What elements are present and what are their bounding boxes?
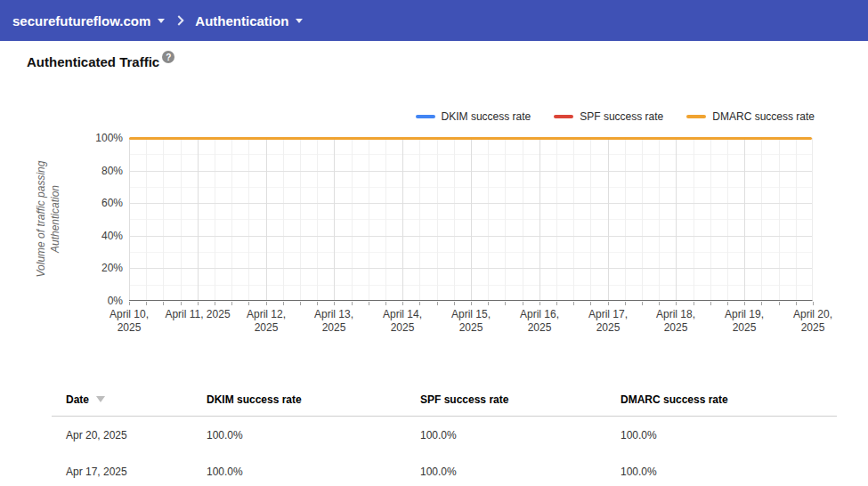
legend-item-spf: SPF success rate bbox=[554, 110, 663, 123]
chart-plot-area[interactable] bbox=[129, 138, 813, 301]
chart-legend: DKIM success rate SPF success rate DMARC… bbox=[416, 110, 815, 123]
x-tick-label: April 19, 2025 bbox=[711, 308, 777, 335]
dkim-line-swatch-icon bbox=[416, 115, 435, 118]
spf-cell: 100.0% bbox=[420, 466, 621, 478]
x-tick-label: April 14, 2025 bbox=[369, 308, 435, 335]
table-row: Apr 20, 2025 100.0% 100.0% 100.0% bbox=[52, 417, 837, 453]
dmarc-cell: 100.0% bbox=[621, 429, 837, 441]
column-header-date[interactable]: Date bbox=[52, 393, 207, 406]
date-cell: Apr 17, 2025 bbox=[52, 466, 207, 478]
x-tick-label: April 20, 2025 bbox=[780, 308, 846, 335]
results-table: Date DKIM success rate SPF success rate … bbox=[52, 383, 837, 486]
legend-item-dmarc: DMARC success rate bbox=[686, 110, 815, 123]
legend-label: SPF success rate bbox=[580, 110, 663, 123]
dmarc-line-swatch-icon bbox=[686, 115, 706, 118]
main-content: Authenticated Traffic ? DKIM success rat… bbox=[0, 41, 868, 486]
legend-label: DKIM success rate bbox=[442, 110, 531, 123]
column-header-spf: SPF success rate bbox=[420, 393, 621, 406]
dmarc-success-line bbox=[129, 137, 812, 140]
x-tick-label: April 18, 2025 bbox=[643, 308, 709, 335]
help-icon[interactable]: ? bbox=[162, 51, 174, 63]
x-tick-label: April 16, 2025 bbox=[507, 308, 572, 335]
y-tick-label: 0% bbox=[0, 295, 123, 307]
spf-cell: 100.0% bbox=[420, 429, 621, 441]
legend-label: DMARC success rate bbox=[712, 110, 815, 123]
chevron-down-icon bbox=[158, 19, 165, 23]
section-selector[interactable]: Authentication bbox=[195, 13, 303, 28]
top-nav-bar: securefutureflow.com Authentication bbox=[0, 0, 868, 41]
y-tick-label: 80% bbox=[0, 165, 123, 177]
chevron-down-icon bbox=[296, 19, 303, 23]
y-tick-label: 40% bbox=[0, 230, 123, 242]
dmarc-cell: 100.0% bbox=[621, 466, 837, 478]
x-tick-label: April 15, 2025 bbox=[438, 308, 504, 335]
table-header-row: Date DKIM success rate SPF success rate … bbox=[52, 383, 837, 417]
legend-item-dkim: DKIM success rate bbox=[416, 110, 531, 123]
y-axis-title: Volume of traffic passing Authentication bbox=[35, 134, 62, 304]
y-tick-label: 60% bbox=[0, 197, 123, 209]
x-tick-label: April 13, 2025 bbox=[301, 308, 367, 335]
date-cell: Apr 20, 2025 bbox=[52, 429, 207, 441]
y-tick-label: 20% bbox=[0, 262, 123, 274]
column-header-dkim: DKIM success rate bbox=[207, 393, 420, 406]
page-title-row: Authenticated Traffic ? bbox=[27, 54, 174, 69]
x-tick-label: April 17, 2025 bbox=[575, 308, 641, 335]
spf-line-swatch-icon bbox=[554, 115, 573, 118]
domain-selector[interactable]: securefutureflow.com bbox=[12, 13, 165, 28]
dkim-cell: 100.0% bbox=[207, 466, 420, 478]
page-title: Authenticated Traffic bbox=[27, 54, 159, 69]
sort-descending-icon bbox=[96, 396, 105, 402]
breadcrumb-chevron-icon bbox=[174, 15, 184, 25]
column-header-dmarc: DMARC success rate bbox=[621, 393, 837, 406]
x-axis-ticks bbox=[129, 302, 814, 305]
x-tick-label: April 12, 2025 bbox=[233, 308, 299, 335]
dkim-cell: 100.0% bbox=[207, 429, 420, 441]
table-row: Apr 17, 2025 100.0% 100.0% 100.0% bbox=[52, 453, 837, 486]
section-selector-label: Authentication bbox=[195, 13, 288, 28]
y-tick-label: 100% bbox=[0, 132, 123, 144]
domain-selector-label: securefutureflow.com bbox=[12, 13, 150, 28]
